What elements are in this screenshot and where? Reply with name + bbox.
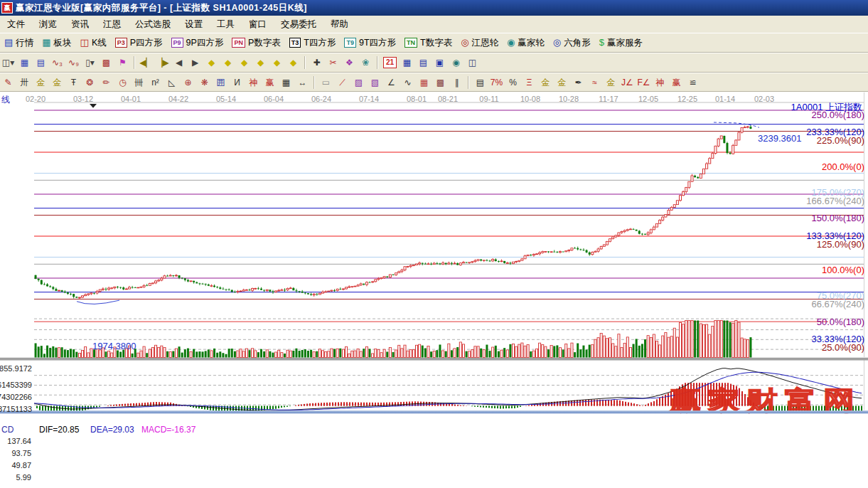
j-angle-tool-icon[interactable]: J∠ <box>620 75 635 90</box>
menu-item-8[interactable]: 交易委托 <box>274 17 323 31</box>
f-tool-icon[interactable]: Ŧ <box>66 75 81 90</box>
fan-lines-tool-icon[interactable]: ⟋ <box>335 75 350 90</box>
parallel-lines-tool-icon[interactable]: ∥ <box>449 75 464 90</box>
gold-section-tool-icon[interactable]: 金 <box>538 75 553 90</box>
sectors-button[interactable]: ▦板块 <box>38 35 75 51</box>
angle-measure-tool-icon[interactable]: ◺ <box>164 75 179 90</box>
diamond-compress-button-icon[interactable]: ◆ <box>253 55 268 70</box>
quotes-button[interactable]: ▤行情 <box>0 35 38 51</box>
gann-wheel-button[interactable]: ◎江恩轮 <box>456 35 503 51</box>
pct7-tool-icon[interactable]: 7% <box>489 75 504 90</box>
diamond-expand-button-icon[interactable]: ◆ <box>269 55 284 70</box>
wave-9-icon-icon[interactable]: ∿₉ <box>66 55 81 70</box>
crosshair-button-icon[interactable]: ✚ <box>309 55 324 70</box>
winner-wheel-button[interactable]: ◉赢家轮 <box>503 35 549 51</box>
t-square-button[interactable]: T3T四方形 <box>285 35 341 51</box>
levels-tool-icon[interactable]: ▤ <box>473 75 488 90</box>
kline-chart-area[interactable]: 赢家财富网 线 1A0001 上证指数 02-2003-1204-0104-22… <box>0 92 868 488</box>
brush-tool-icon[interactable]: ✏ <box>99 75 114 90</box>
fan-box-tool-icon[interactable]: ▨ <box>351 75 366 90</box>
f-angle-tool-icon[interactable]: F∠ <box>636 75 651 90</box>
i-mark-tool-icon[interactable]: И <box>230 75 245 90</box>
9p-square-button[interactable]: P99P四方形 <box>167 35 228 51</box>
mail-globe-button-icon[interactable]: ◉ <box>449 55 464 70</box>
ruler-tool-icon[interactable]: 卌 <box>132 75 146 90</box>
color-histogram-icon-icon[interactable]: ⚑ <box>115 55 130 70</box>
diamond-hswap-button-icon[interactable]: ◆ <box>237 55 252 70</box>
pick-tool-icon[interactable]: ✎ <box>1 75 16 90</box>
menu-item-3[interactable]: 江恩 <box>96 17 128 31</box>
next-bar-button-icon[interactable]: ▶ <box>188 55 203 70</box>
title-bar[interactable]: 赢 赢家江恩专业版[赢家内部服务平台] - [上证指数 SH1A0001-245… <box>0 0 868 16</box>
clock-tool-icon[interactable]: ◷ <box>115 75 130 90</box>
diamond-right-button-icon[interactable]: ◆ <box>220 55 235 70</box>
spiral-tool-icon[interactable]: ❂ <box>82 75 97 90</box>
gold-line-tool-icon[interactable]: 金 <box>554 75 569 90</box>
ying-tool-icon[interactable]: 赢 <box>262 75 277 90</box>
grid-123-tool-icon[interactable]: ▦ <box>279 75 294 90</box>
wave-tool-icon[interactable]: ≈ <box>587 75 602 90</box>
fan-square-tool-icon[interactable]: ▧ <box>368 75 382 90</box>
save-button-icon[interactable]: ▣ <box>432 55 447 70</box>
n2-tool-icon[interactable]: n² <box>148 75 163 90</box>
pen-tool-icon[interactable]: ✒ <box>571 75 586 90</box>
diamond-full-button-icon[interactable]: ◆ <box>286 55 301 70</box>
gold-grid2-tool-icon[interactable]: 金 <box>50 75 65 90</box>
candle-style-dropdown-icon[interactable]: ◫▾ <box>1 55 16 70</box>
notes-button-icon[interactable]: ▤ <box>416 55 431 70</box>
p-number-table-button[interactable]: PNP数字表 <box>227 35 284 51</box>
zigzag-tool-icon[interactable]: ∿ <box>400 75 415 90</box>
menu-item-5[interactable]: 设置 <box>178 17 210 31</box>
box-grid-tool-icon[interactable]: 囲 <box>213 75 228 90</box>
pct-tool-icon[interactable]: % <box>505 75 520 90</box>
angle-line-tool-icon[interactable]: ∠ <box>384 75 399 90</box>
high-price-annotation: 3239.3601 <box>758 133 801 144</box>
pct-line-tool-icon[interactable]: Ξ <box>522 75 537 90</box>
calculator-button-icon[interactable]: ▦ <box>400 55 414 70</box>
menu-item-2[interactable]: 资讯 <box>64 17 96 31</box>
calendar-21-button-icon[interactable]: 21 <box>383 57 397 68</box>
shen-tool-icon[interactable]: 神 <box>246 75 261 90</box>
remote-pc-button-icon[interactable]: ◫ <box>465 55 480 70</box>
ying-angle-tool-icon[interactable]: 赢 <box>669 75 684 90</box>
sectors-button-icon: ▦ <box>42 35 50 51</box>
menu-item-9[interactable]: 帮助 <box>323 17 355 31</box>
kline-button[interactable]: ◫K线 <box>76 35 111 51</box>
prev-bar-button-icon[interactable]: ◀ <box>171 55 186 70</box>
hspan-tool-icon[interactable]: ↔ <box>295 75 310 90</box>
gann-pattern-icon-icon[interactable]: ▩ <box>99 55 114 70</box>
candle-dropdown-icon[interactable]: ▯▾ <box>82 55 97 70</box>
menu-item-0[interactable]: 文件 <box>0 17 32 31</box>
9t-square-button[interactable]: T99T四方形 <box>340 35 400 51</box>
info-list-icon-icon[interactable]: ▤ <box>33 55 48 70</box>
gold-angle-tool-icon[interactable]: 金 <box>604 75 618 90</box>
winner-service-button[interactable]: $赢家服务 <box>595 35 647 51</box>
level-label-9: 100.0%(0) <box>822 265 864 275</box>
p-square-button[interactable]: P3P四方形 <box>111 35 167 51</box>
last-bar-button-icon[interactable]: ▕▶ <box>155 55 170 70</box>
diamond-left-button-icon[interactable]: ◆ <box>204 55 219 70</box>
wave-3-icon-icon[interactable]: ∿₃ <box>50 55 65 70</box>
star-grid-tool-icon[interactable]: ❋ <box>197 75 212 90</box>
pattern-48-button-icon[interactable]: ❀ <box>358 55 373 70</box>
menu-item-7[interactable]: 窗口 <box>242 17 274 31</box>
rect-select-tool-icon[interactable]: ▭ <box>318 75 333 90</box>
menu-item-1[interactable]: 浏览 <box>32 17 64 31</box>
t-number-table-button[interactable]: TNT数字表 <box>400 35 456 51</box>
menu-item-6[interactable]: 工具 <box>210 17 242 31</box>
shen-angle-tool-icon[interactable]: 神 <box>653 75 668 90</box>
window-net-icon-icon[interactable]: ▦ <box>17 55 32 70</box>
menu-item-4[interactable]: 公式选股 <box>128 17 178 31</box>
9t-square-button-icon: T9 <box>344 38 356 48</box>
dark-grid-tool-icon[interactable]: ▩ <box>433 75 448 90</box>
first-bar-button-icon[interactable]: ◀▏ <box>139 55 154 70</box>
hexagon-button[interactable]: ◎六角形 <box>549 35 595 51</box>
target-tool-icon[interactable]: ⊕ <box>181 75 195 90</box>
grid-tool-icon[interactable]: 卅 <box>17 75 32 90</box>
cut-button-icon[interactable]: ✂ <box>326 55 341 70</box>
close-tool-icon[interactable]: ≌ <box>685 75 700 90</box>
red-grid-tool-icon[interactable]: ▦ <box>417 75 432 90</box>
gongge-button-icon[interactable]: ❖ <box>342 55 357 70</box>
macd-scale-label-0: 137.64 <box>0 437 31 445</box>
gold-grid-tool-icon[interactable]: 金 <box>33 75 48 90</box>
